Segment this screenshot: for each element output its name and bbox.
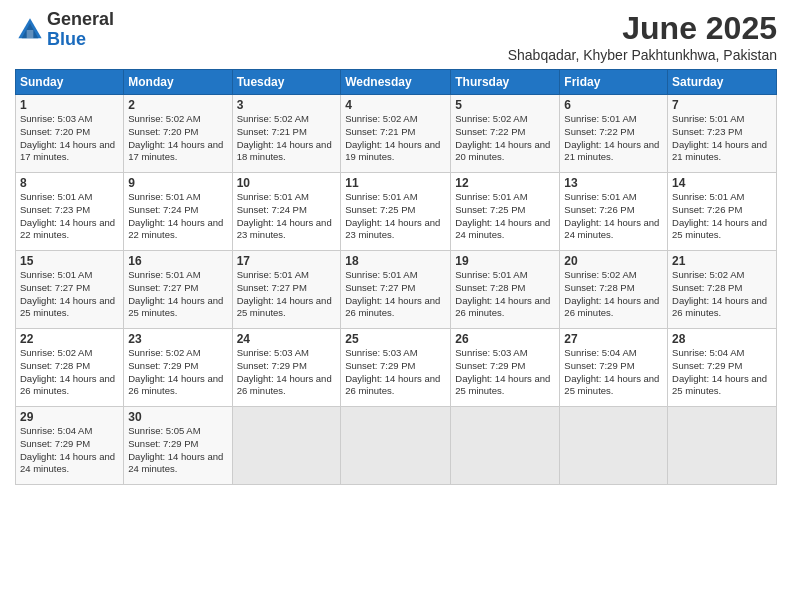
sunset-text: Sunset: 7:25 PM xyxy=(345,204,415,215)
table-row: 22 Sunrise: 5:02 AM Sunset: 7:28 PM Dayl… xyxy=(16,329,124,407)
day-number: 9 xyxy=(128,176,227,190)
day-number: 7 xyxy=(672,98,772,112)
sunrise-text: Sunrise: 5:04 AM xyxy=(564,347,636,358)
cell-info: Sunrise: 5:02 AM Sunset: 7:28 PM Dayligh… xyxy=(564,269,663,320)
day-number: 6 xyxy=(564,98,663,112)
daylight-text: Daylight: 14 hours and 25 minutes. xyxy=(672,373,767,397)
cell-info: Sunrise: 5:01 AM Sunset: 7:24 PM Dayligh… xyxy=(237,191,337,242)
calendar-week-1: 1 Sunrise: 5:03 AM Sunset: 7:20 PM Dayli… xyxy=(16,95,777,173)
sunset-text: Sunset: 7:21 PM xyxy=(237,126,307,137)
sunset-text: Sunset: 7:26 PM xyxy=(564,204,634,215)
col-saturday: Saturday xyxy=(668,70,777,95)
sunrise-text: Sunrise: 5:02 AM xyxy=(128,113,200,124)
day-number: 29 xyxy=(20,410,119,424)
sunrise-text: Sunrise: 5:02 AM xyxy=(237,113,309,124)
daylight-text: Daylight: 14 hours and 20 minutes. xyxy=(455,139,550,163)
cell-info: Sunrise: 5:02 AM Sunset: 7:21 PM Dayligh… xyxy=(237,113,337,164)
daylight-text: Daylight: 14 hours and 26 minutes. xyxy=(564,295,659,319)
sunrise-text: Sunrise: 5:03 AM xyxy=(237,347,309,358)
cell-info: Sunrise: 5:01 AM Sunset: 7:26 PM Dayligh… xyxy=(564,191,663,242)
calendar-title: June 2025 xyxy=(508,10,777,47)
cell-info: Sunrise: 5:02 AM Sunset: 7:29 PM Dayligh… xyxy=(128,347,227,398)
sunset-text: Sunset: 7:29 PM xyxy=(345,360,415,371)
day-number: 22 xyxy=(20,332,119,346)
table-row: 29 Sunrise: 5:04 AM Sunset: 7:29 PM Dayl… xyxy=(16,407,124,485)
sunrise-text: Sunrise: 5:01 AM xyxy=(237,269,309,280)
sunset-text: Sunset: 7:29 PM xyxy=(672,360,742,371)
cell-info: Sunrise: 5:03 AM Sunset: 7:29 PM Dayligh… xyxy=(237,347,337,398)
table-row: 30 Sunrise: 5:05 AM Sunset: 7:29 PM Dayl… xyxy=(124,407,232,485)
day-number: 25 xyxy=(345,332,446,346)
table-row: 9 Sunrise: 5:01 AM Sunset: 7:24 PM Dayli… xyxy=(124,173,232,251)
sunrise-text: Sunrise: 5:01 AM xyxy=(345,269,417,280)
day-number: 19 xyxy=(455,254,555,268)
calendar-week-2: 8 Sunrise: 5:01 AM Sunset: 7:23 PM Dayli… xyxy=(16,173,777,251)
table-row xyxy=(560,407,668,485)
cell-info: Sunrise: 5:03 AM Sunset: 7:20 PM Dayligh… xyxy=(20,113,119,164)
table-row: 4 Sunrise: 5:02 AM Sunset: 7:21 PM Dayli… xyxy=(341,95,451,173)
daylight-text: Daylight: 14 hours and 25 minutes. xyxy=(20,295,115,319)
day-number: 20 xyxy=(564,254,663,268)
sunrise-text: Sunrise: 5:01 AM xyxy=(20,269,92,280)
daylight-text: Daylight: 14 hours and 18 minutes. xyxy=(237,139,332,163)
daylight-text: Daylight: 14 hours and 26 minutes. xyxy=(345,295,440,319)
daylight-text: Daylight: 14 hours and 23 minutes. xyxy=(345,217,440,241)
table-row: 15 Sunrise: 5:01 AM Sunset: 7:27 PM Dayl… xyxy=(16,251,124,329)
sunrise-text: Sunrise: 5:02 AM xyxy=(672,269,744,280)
sunrise-text: Sunrise: 5:01 AM xyxy=(672,191,744,202)
sunrise-text: Sunrise: 5:01 AM xyxy=(564,113,636,124)
daylight-text: Daylight: 14 hours and 19 minutes. xyxy=(345,139,440,163)
daylight-text: Daylight: 14 hours and 25 minutes. xyxy=(237,295,332,319)
daylight-text: Daylight: 14 hours and 25 minutes. xyxy=(564,373,659,397)
sunset-text: Sunset: 7:28 PM xyxy=(20,360,90,371)
header: General Blue June 2025 Shabqadar, Khyber… xyxy=(15,10,777,63)
sunrise-text: Sunrise: 5:02 AM xyxy=(564,269,636,280)
day-number: 23 xyxy=(128,332,227,346)
cell-info: Sunrise: 5:04 AM Sunset: 7:29 PM Dayligh… xyxy=(672,347,772,398)
col-friday: Friday xyxy=(560,70,668,95)
sunrise-text: Sunrise: 5:01 AM xyxy=(128,191,200,202)
daylight-text: Daylight: 14 hours and 24 minutes. xyxy=(128,451,223,475)
day-number: 16 xyxy=(128,254,227,268)
cell-info: Sunrise: 5:02 AM Sunset: 7:28 PM Dayligh… xyxy=(672,269,772,320)
daylight-text: Daylight: 14 hours and 25 minutes. xyxy=(455,373,550,397)
logo-line2: Blue xyxy=(47,30,114,50)
sunrise-text: Sunrise: 5:01 AM xyxy=(237,191,309,202)
table-row xyxy=(341,407,451,485)
cell-info: Sunrise: 5:01 AM Sunset: 7:27 PM Dayligh… xyxy=(128,269,227,320)
calendar-header: Sunday Monday Tuesday Wednesday Thursday… xyxy=(16,70,777,95)
day-number: 2 xyxy=(128,98,227,112)
cell-info: Sunrise: 5:04 AM Sunset: 7:29 PM Dayligh… xyxy=(564,347,663,398)
sunset-text: Sunset: 7:28 PM xyxy=(672,282,742,293)
day-number: 13 xyxy=(564,176,663,190)
sunset-text: Sunset: 7:29 PM xyxy=(128,438,198,449)
cell-info: Sunrise: 5:01 AM Sunset: 7:24 PM Dayligh… xyxy=(128,191,227,242)
col-thursday: Thursday xyxy=(451,70,560,95)
sunset-text: Sunset: 7:22 PM xyxy=(564,126,634,137)
sunset-text: Sunset: 7:23 PM xyxy=(20,204,90,215)
sunset-text: Sunset: 7:24 PM xyxy=(128,204,198,215)
daylight-text: Daylight: 14 hours and 23 minutes. xyxy=(237,217,332,241)
cell-info: Sunrise: 5:02 AM Sunset: 7:22 PM Dayligh… xyxy=(455,113,555,164)
sunset-text: Sunset: 7:23 PM xyxy=(672,126,742,137)
daylight-text: Daylight: 14 hours and 21 minutes. xyxy=(564,139,659,163)
daylight-text: Daylight: 14 hours and 22 minutes. xyxy=(20,217,115,241)
cell-info: Sunrise: 5:01 AM Sunset: 7:26 PM Dayligh… xyxy=(672,191,772,242)
daylight-text: Daylight: 14 hours and 21 minutes. xyxy=(672,139,767,163)
calendar-table: Sunday Monday Tuesday Wednesday Thursday… xyxy=(15,69,777,485)
header-row: Sunday Monday Tuesday Wednesday Thursday… xyxy=(16,70,777,95)
sunrise-text: Sunrise: 5:04 AM xyxy=(672,347,744,358)
table-row: 11 Sunrise: 5:01 AM Sunset: 7:25 PM Dayl… xyxy=(341,173,451,251)
cell-info: Sunrise: 5:01 AM Sunset: 7:25 PM Dayligh… xyxy=(345,191,446,242)
table-row: 14 Sunrise: 5:01 AM Sunset: 7:26 PM Dayl… xyxy=(668,173,777,251)
day-number: 24 xyxy=(237,332,337,346)
daylight-text: Daylight: 14 hours and 25 minutes. xyxy=(672,217,767,241)
logo-icon xyxy=(15,15,45,45)
table-row: 28 Sunrise: 5:04 AM Sunset: 7:29 PM Dayl… xyxy=(668,329,777,407)
table-row: 8 Sunrise: 5:01 AM Sunset: 7:23 PM Dayli… xyxy=(16,173,124,251)
calendar-body: 1 Sunrise: 5:03 AM Sunset: 7:20 PM Dayli… xyxy=(16,95,777,485)
svg-rect-2 xyxy=(27,30,34,38)
sunrise-text: Sunrise: 5:04 AM xyxy=(20,425,92,436)
sunrise-text: Sunrise: 5:01 AM xyxy=(672,113,744,124)
table-row xyxy=(668,407,777,485)
